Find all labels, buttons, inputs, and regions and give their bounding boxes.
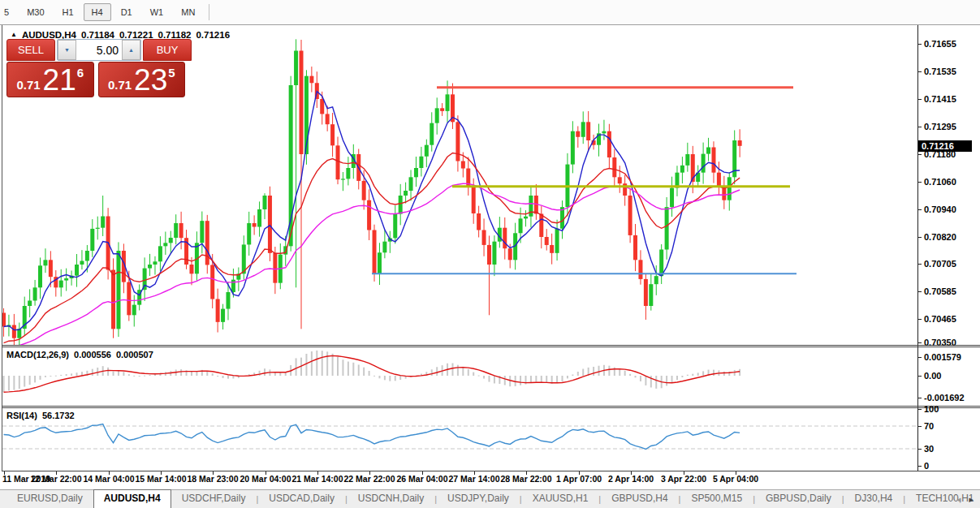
candle-body	[430, 123, 434, 145]
macd-histogram-bar	[316, 351, 317, 376]
price-axis-label: 0.70705	[924, 259, 956, 269]
macd-histogram-bar	[8, 376, 10, 390]
axis-tick-mark	[918, 154, 922, 155]
time-axis-label: 21 Mar 14:00	[291, 474, 343, 484]
candle-body	[711, 148, 715, 173]
time-axis-label: 5 Apr 04:00	[713, 474, 758, 484]
price-axis-label: 0.70940	[924, 204, 956, 214]
chart-tab-eurusd-daily[interactable]: EURUSD,Daily	[6, 490, 93, 508]
rsi-indicator-name: RSI(14)	[6, 411, 37, 420]
candle-body	[649, 284, 653, 306]
macd-axis-label: 0.00	[924, 371, 941, 381]
macd-histogram-bar	[107, 368, 109, 376]
candle-body	[373, 230, 377, 274]
candle-body	[524, 217, 528, 219]
candle-body	[576, 131, 580, 137]
macd-histogram-bar	[541, 376, 542, 382]
candle-body	[529, 196, 533, 217]
candle-body	[309, 76, 313, 84]
macd-histogram-bar	[645, 376, 646, 385]
timeframe-button-mn[interactable]: MN	[173, 3, 203, 21]
chart-tab-usdjpy-daily[interactable]: USDJPY,Daily	[437, 490, 520, 508]
macd-histogram-bar	[535, 376, 537, 382]
timeframe-button-h1[interactable]: H1	[54, 3, 82, 21]
volume-increase-button[interactable]: ▲	[122, 40, 140, 60]
chart-tab-gbpusd-h4[interactable]: GBPUSD,H4	[601, 490, 678, 508]
chart-tab-usdchf-daily[interactable]: USDCHF,Daily	[171, 490, 257, 508]
candle-body	[158, 246, 162, 261]
chart-tab-usdcnh-daily[interactable]: USDCNH,Daily	[348, 490, 434, 508]
macd-histogram-bar	[671, 376, 673, 383]
macd-histogram-bar	[546, 376, 547, 383]
macd-histogram-bar	[358, 364, 360, 376]
buy-price-button[interactable]: 0.71 23 5	[98, 62, 186, 97]
chart-tab-sp500-m15[interactable]: SP500,M15	[680, 490, 753, 508]
ask-price-pip-digit: 5	[168, 66, 175, 80]
chart-tabs: EURUSD,DailyAUDUSD,H4USDCHF,Daily|USDCAD…	[6, 489, 980, 508]
candle-body	[216, 299, 220, 321]
time-axis-label: 2 Apr 14:00	[608, 474, 654, 484]
macd-histogram-bar	[305, 354, 307, 376]
macd-histogram-bar	[222, 376, 224, 378]
bid-price-pip-digit: 6	[77, 66, 84, 80]
candle-body	[440, 108, 444, 111]
candle-body	[127, 282, 131, 316]
timeframe-button-w1[interactable]: W1	[142, 3, 172, 21]
macd-histogram-bar	[530, 376, 532, 382]
axis-tick-mark	[918, 342, 922, 343]
candle-body	[414, 168, 418, 177]
sell-price-button[interactable]: 0.71 21 6	[6, 62, 94, 97]
candle-body	[472, 187, 476, 213]
candle-body	[346, 168, 350, 179]
chart-area[interactable]: ▲ AUDUSD,H4 0.71184 0.71221 0.71182 0.71…	[0, 25, 980, 489]
rsi-axis-label: 100	[924, 404, 939, 414]
tab-scroll-left-icon[interactable]: ◂	[956, 494, 961, 505]
macd-histogram-bar	[71, 373, 72, 376]
chart-tab-gbpusd-daily[interactable]: GBPUSD,Daily	[755, 490, 842, 508]
tab-scroll-right-icon[interactable]: ▸	[969, 494, 974, 505]
macd-histogram-bar	[139, 376, 140, 377]
candle-body	[482, 230, 486, 245]
time-axis-label: 14 Mar 04:00	[83, 474, 134, 484]
candle-body	[85, 251, 89, 261]
macd-histogram-bar	[369, 371, 370, 376]
candle-body	[685, 154, 689, 166]
rsi-axis-label: 70	[924, 421, 934, 431]
candle-body	[75, 265, 79, 276]
axis-tick-mark	[918, 426, 922, 427]
timeframe-button-d1[interactable]: D1	[113, 3, 140, 21]
chart-tab-usdcad-daily[interactable]: USDCAD,Daily	[258, 490, 345, 508]
timeframe-button-m30[interactable]: M30	[19, 3, 52, 21]
macd-histogram-bar	[739, 369, 740, 376]
candle-body	[503, 228, 507, 249]
candle-body	[367, 200, 371, 230]
candle-body	[727, 177, 732, 200]
macd-histogram-bar	[562, 376, 563, 381]
candle-body	[289, 85, 293, 246]
candle-body	[362, 181, 366, 200]
macd-histogram-bar	[19, 376, 20, 389]
time-axis-label: 1 Apr 07:00	[556, 474, 602, 484]
candle-body	[96, 228, 100, 229]
sell-button[interactable]: SELL	[6, 39, 55, 61]
candle-body	[607, 131, 611, 157]
timeframe-button-5[interactable]: 5	[0, 3, 17, 21]
macd-histogram-bar	[572, 375, 573, 376]
time-axis-label: 27 Mar 14:00	[448, 474, 499, 484]
chart-tab-audusd-h4[interactable]: AUDUSD,H4	[93, 489, 171, 508]
time-axis-label: 20 Mar 04:00	[240, 474, 291, 484]
timeframe-button-h4[interactable]: H4	[84, 3, 111, 21]
volume-input[interactable]	[76, 40, 122, 60]
rsi-pane-label: RSI(14) 56.1732	[6, 411, 75, 420]
volume-decrease-button[interactable]: ▼	[58, 40, 76, 60]
buy-button[interactable]: BUY	[143, 39, 192, 61]
macd-histogram-bar	[326, 351, 328, 376]
candle-body	[519, 218, 523, 233]
macd-histogram-bar	[133, 376, 135, 377]
macd-histogram-bar	[399, 376, 401, 380]
chart-tab-dj30-h4[interactable]: DJ30,H4	[844, 490, 904, 508]
chart-tab-xauusd-h1[interactable]: XAUUSD,H1	[522, 490, 599, 508]
macd-axis-label: -0.001692	[924, 393, 965, 403]
macd-signal-value: 0.000507	[116, 350, 153, 359]
collapse-panel-icon[interactable]: ▲	[11, 31, 17, 38]
